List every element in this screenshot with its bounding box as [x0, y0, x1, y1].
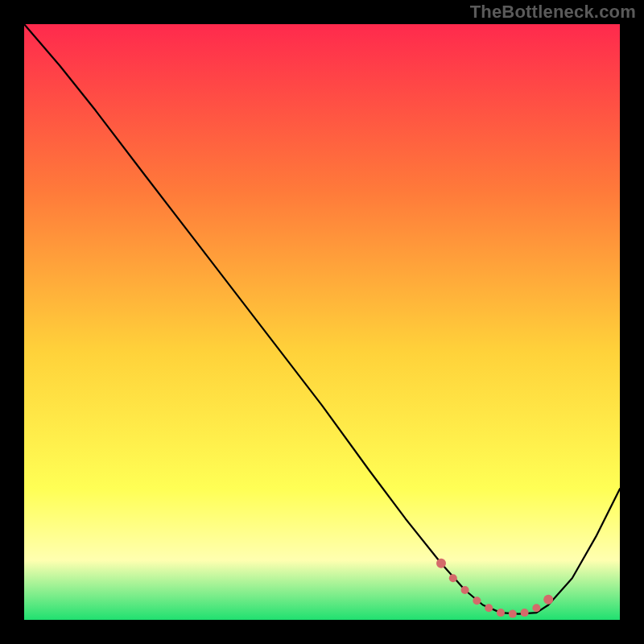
highlight-point	[521, 609, 529, 617]
highlight-point	[436, 559, 446, 568]
highlight-point	[509, 610, 517, 618]
watermark-label: TheBottleneck.com	[470, 2, 636, 23]
highlight-point	[449, 574, 457, 582]
chart-frame: TheBottleneck.com	[0, 0, 644, 644]
highlight-point	[485, 604, 493, 612]
highlight-point	[461, 586, 469, 594]
highlight-point	[497, 609, 505, 617]
gradient-background	[24, 24, 620, 620]
plot-area	[24, 24, 620, 620]
highlight-point	[473, 597, 481, 605]
bottleneck-chart	[24, 24, 620, 620]
highlight-point	[532, 604, 540, 612]
highlight-point	[543, 595, 553, 605]
